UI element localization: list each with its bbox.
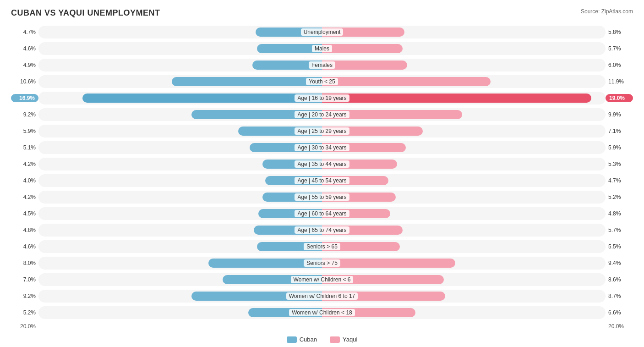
bar-row: 4.9% Females 6.0% xyxy=(11,57,633,73)
right-value: 5.9% xyxy=(606,144,633,151)
bar-row: 5.9% Age | 25 to 29 years 7.1% xyxy=(11,123,633,139)
left-value: 7.0% xyxy=(11,276,38,283)
right-value: 19.0% xyxy=(606,94,633,102)
left-value: 4.5% xyxy=(11,210,38,217)
bar-row: 9.2% Age | 20 to 24 years 9.9% xyxy=(11,107,633,122)
chart-header: CUBAN VS YAQUI UNEMPLOYMENT Source: ZipA… xyxy=(11,8,633,18)
axis-row: 20.0% 20.0% xyxy=(11,321,633,331)
bar-row: 9.2% Women w/ Children 6 to 17 8.7% xyxy=(11,288,633,304)
bar-row: 10.6% Youth < 25 11.9% xyxy=(11,74,633,89)
bar-group: Women w/ Children < 6 xyxy=(38,273,606,286)
bar-row: 4.6% Seniors > 65 5.5% xyxy=(11,239,633,254)
left-value: 4.2% xyxy=(11,194,38,200)
bar-right xyxy=(322,44,403,53)
right-value: 5.5% xyxy=(606,243,633,250)
left-value: 4.9% xyxy=(11,62,38,68)
right-value: 5.8% xyxy=(606,29,633,35)
bar-row: 4.0% Age | 45 to 54 years 4.7% xyxy=(11,173,633,188)
bar-row: 8.0% Seniors > 75 9.4% xyxy=(11,255,633,271)
bar-left xyxy=(172,77,322,86)
chart-title: CUBAN VS YAQUI UNEMPLOYMENT xyxy=(11,8,160,18)
bar-group: Age | 35 to 44 years xyxy=(38,158,606,171)
bar-row: 4.7% Unemployment 5.8% xyxy=(11,24,633,40)
bar-label: Age | 55 to 59 years xyxy=(295,193,349,201)
left-value: 5.2% xyxy=(11,309,38,316)
right-value: 4.8% xyxy=(606,210,633,217)
bar-group: Males xyxy=(38,42,606,55)
left-value: 5.1% xyxy=(11,144,38,151)
left-value: 4.6% xyxy=(11,243,38,250)
bar-right xyxy=(322,259,455,268)
bar-label: Unemployment xyxy=(301,28,344,36)
bar-label: Age | 60 to 64 years xyxy=(295,210,349,217)
right-value: 5.3% xyxy=(606,161,633,167)
yaqui-legend-box xyxy=(330,336,340,343)
bar-label: Age | 65 to 74 years xyxy=(295,226,349,234)
right-value: 5.7% xyxy=(606,45,633,52)
bar-row: 7.0% Women w/ Children < 6 8.6% xyxy=(11,272,633,287)
bar-right xyxy=(322,77,491,86)
bar-label: Women w/ Children < 6 xyxy=(291,276,354,283)
left-value: 16.9% xyxy=(11,94,38,102)
bar-left xyxy=(82,94,322,103)
legend: Cuban Yaqui xyxy=(11,336,633,343)
left-value: 4.8% xyxy=(11,227,38,233)
bar-label: Seniors > 75 xyxy=(304,259,340,267)
cuban-legend-label: Cuban xyxy=(300,336,317,343)
bar-label: Women w/ Children 6 to 17 xyxy=(286,292,358,300)
right-value: 9.9% xyxy=(606,111,633,118)
left-value: 8.0% xyxy=(11,260,38,266)
left-value: 9.2% xyxy=(11,293,38,299)
left-value: 5.9% xyxy=(11,128,38,134)
bar-group: Unemployment xyxy=(38,26,606,39)
bar-row: 5.1% Age | 30 to 34 years 5.9% xyxy=(11,140,633,155)
left-value: 4.2% xyxy=(11,161,38,167)
right-value: 6.6% xyxy=(606,309,633,316)
bar-label: Males xyxy=(312,45,332,52)
bar-row: 4.6% Males 5.7% xyxy=(11,41,633,56)
bar-group: Age | 20 to 24 years xyxy=(38,108,606,121)
bar-group: Seniors > 75 xyxy=(38,257,606,270)
legend-item-yaqui: Yaqui xyxy=(330,336,357,343)
right-value: 7.1% xyxy=(606,128,633,134)
bar-group: Women w/ Children < 18 xyxy=(38,306,606,319)
bar-group: Age | 55 to 59 years xyxy=(38,191,606,204)
bar-label: Age | 45 to 54 years xyxy=(295,177,349,184)
bar-label: Women w/ Children < 18 xyxy=(289,309,355,316)
right-value: 9.4% xyxy=(606,260,633,266)
bar-group: Youth < 25 xyxy=(38,75,606,88)
bar-label: Age | 30 to 34 years xyxy=(295,144,349,151)
bar-group: Age | 65 to 74 years xyxy=(38,224,606,237)
left-value: 4.7% xyxy=(11,29,38,35)
bar-row: 4.8% Age | 65 to 74 years 5.7% xyxy=(11,222,633,238)
bar-group: Age | 30 to 34 years xyxy=(38,141,606,154)
bar-right xyxy=(322,94,591,103)
left-value: 4.0% xyxy=(11,177,38,184)
bar-row: 5.2% Women w/ Children < 18 6.6% xyxy=(11,305,633,320)
right-value: 4.7% xyxy=(606,177,633,184)
chart-container: CUBAN VS YAQUI UNEMPLOYMENT Source: ZipA… xyxy=(0,0,644,347)
bar-group: Age | 45 to 54 years xyxy=(38,174,606,187)
chart-area: 4.7% Unemployment 5.8% 4.6% Males 5.7% 4… xyxy=(11,24,633,320)
left-value: 4.6% xyxy=(11,45,38,52)
bar-group: Seniors > 65 xyxy=(38,240,606,253)
yaqui-legend-label: Yaqui xyxy=(343,336,357,343)
bar-row: 16.9% Age | 16 to 19 years 19.0% xyxy=(11,90,633,106)
right-value: 5.2% xyxy=(606,194,633,200)
legend-item-cuban: Cuban xyxy=(287,336,317,343)
bar-row: 4.5% Age | 60 to 64 years 4.8% xyxy=(11,206,633,221)
bar-group: Age | 16 to 19 years xyxy=(38,92,606,105)
bar-row: 4.2% Age | 55 to 59 years 5.2% xyxy=(11,189,633,205)
left-value: 9.2% xyxy=(11,111,38,118)
bar-label: Youth < 25 xyxy=(306,78,338,85)
axis-left: 20.0% xyxy=(11,323,38,330)
right-value: 6.0% xyxy=(606,62,633,68)
right-value: 5.7% xyxy=(606,227,633,233)
axis-right: 20.0% xyxy=(606,323,633,330)
right-value: 8.6% xyxy=(606,276,633,283)
bar-group: Age | 60 to 64 years xyxy=(38,207,606,220)
bar-label: Age | 35 to 44 years xyxy=(295,160,349,168)
bar-label: Age | 20 to 24 years xyxy=(295,111,349,118)
right-value: 8.7% xyxy=(606,293,633,299)
bar-label: Seniors > 65 xyxy=(304,243,340,250)
